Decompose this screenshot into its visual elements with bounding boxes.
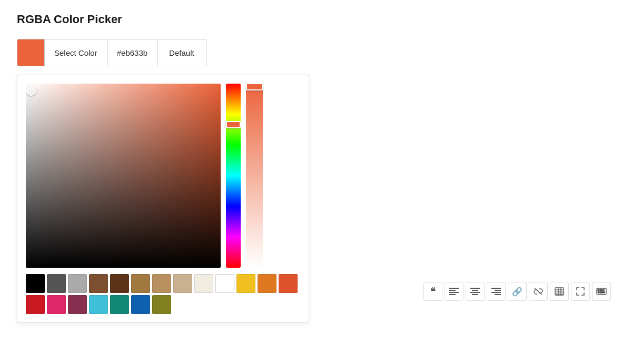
alpha-handle[interactable]	[246, 83, 263, 90]
default-button[interactable]: Default	[157, 39, 206, 66]
svg-rect-1	[449, 290, 456, 291]
swatch[interactable]	[236, 274, 255, 293]
svg-rect-9	[495, 290, 501, 291]
link-button[interactable]: 🔗	[508, 282, 527, 301]
swatch[interactable]	[110, 274, 129, 293]
picker-main-row	[26, 84, 300, 268]
swatch[interactable]	[194, 274, 213, 293]
saturation-gradient	[26, 84, 221, 268]
svg-rect-7	[472, 294, 478, 295]
color-picker-trigger-row: Select Color #eb633b Default	[17, 39, 615, 66]
swatch[interactable]	[89, 295, 108, 314]
page-wrapper: RGBA Color Picker Select Color #eb633b D…	[0, 0, 632, 364]
swatch[interactable]	[26, 274, 45, 293]
svg-rect-10	[491, 292, 501, 293]
svg-rect-5	[472, 290, 478, 291]
svg-rect-24	[600, 292, 604, 294]
saturation-canvas[interactable]	[26, 84, 221, 268]
hue-handle[interactable]	[226, 121, 241, 128]
svg-rect-3	[449, 294, 456, 295]
alpha-slider-container[interactable]	[246, 84, 263, 268]
swatch[interactable]	[26, 295, 45, 314]
svg-rect-25	[604, 292, 605, 294]
svg-rect-20	[598, 289, 599, 291]
toolbar-area: ❝ 🔗	[423, 282, 611, 301]
svg-rect-23	[598, 292, 599, 294]
keyboard-button[interactable]	[592, 282, 611, 301]
hex-value-button[interactable]: #eb633b	[107, 39, 157, 66]
swatch[interactable]	[68, 295, 87, 314]
svg-rect-4	[470, 288, 480, 289]
swatch[interactable]	[131, 295, 150, 314]
align-center-button[interactable]	[466, 282, 485, 301]
svg-rect-21	[600, 289, 602, 291]
select-color-button[interactable]: Select Color	[44, 39, 107, 66]
expand-button[interactable]	[571, 282, 590, 301]
swatch[interactable]	[47, 274, 66, 293]
align-left-button[interactable]	[445, 282, 463, 301]
swatch[interactable]	[215, 274, 234, 293]
hue-slider-track[interactable]	[226, 84, 241, 268]
align-right-button[interactable]	[487, 282, 506, 301]
svg-rect-0	[449, 288, 459, 289]
swatch[interactable]	[279, 274, 298, 293]
blockquote-button[interactable]: ❝	[423, 282, 442, 301]
svg-rect-2	[449, 292, 459, 293]
svg-rect-8	[491, 288, 501, 289]
swatch[interactable]	[110, 295, 129, 314]
swatch[interactable]	[47, 295, 66, 314]
swatch[interactable]	[173, 274, 192, 293]
alpha-gradient-overlay	[246, 84, 263, 268]
svg-rect-6	[470, 292, 480, 293]
swatch[interactable]	[152, 274, 171, 293]
swatches-row	[26, 274, 300, 314]
color-swatch-button[interactable]	[17, 39, 44, 66]
hue-slider-container[interactable]	[226, 84, 241, 268]
saturation-handle[interactable]	[26, 86, 36, 96]
unlink-button[interactable]	[529, 282, 548, 301]
svg-rect-22	[603, 289, 604, 291]
color-picker-panel	[17, 75, 309, 323]
swatch[interactable]	[258, 274, 276, 293]
table-button[interactable]	[550, 282, 569, 301]
swatch[interactable]	[152, 295, 171, 314]
swatch[interactable]	[89, 274, 108, 293]
svg-rect-11	[495, 294, 501, 295]
swatch[interactable]	[131, 274, 150, 293]
page-title: RGBA Color Picker	[17, 13, 615, 26]
swatch[interactable]	[68, 274, 87, 293]
